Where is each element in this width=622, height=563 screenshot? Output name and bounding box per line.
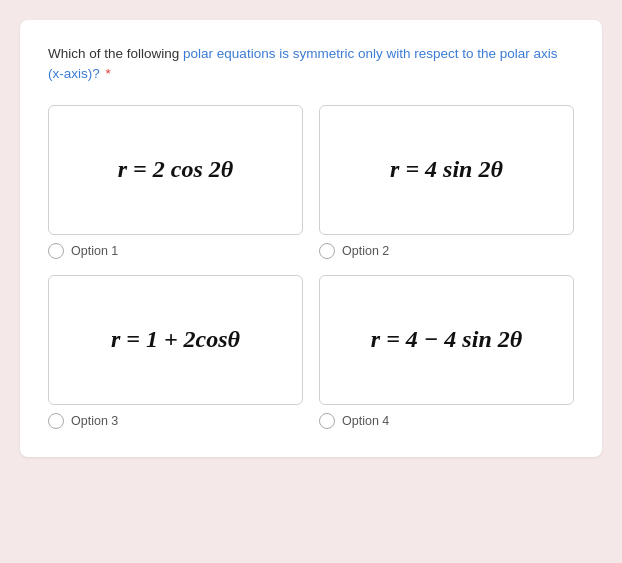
option-3-formula: r = 1 + 2cosθ [111,324,240,355]
option-1-box[interactable]: r = 2 cos 2θ [48,105,303,235]
option-2-label-text: Option 2 [342,244,389,258]
option-2-formula: r = 4 sin 2θ [390,154,503,185]
highlight-text: polar equations is symmetric only with r… [48,46,558,81]
option-3-label[interactable]: Option 3 [48,413,118,429]
option-4-formula: r = 4 − 4 sin 2θ [371,324,522,355]
options-grid: r = 2 cos 2θ Option 1 r = 4 sin 2θ Optio… [48,105,574,429]
option-3-label-text: Option 3 [71,414,118,428]
option-3-box[interactable]: r = 1 + 2cosθ [48,275,303,405]
option-3-radio[interactable] [48,413,64,429]
option-3-wrapper: r = 1 + 2cosθ Option 3 [48,275,303,429]
option-1-wrapper: r = 2 cos 2θ Option 1 [48,105,303,259]
option-1-formula: r = 2 cos 2θ [118,154,233,185]
required-marker: * [102,66,111,81]
option-4-radio[interactable] [319,413,335,429]
option-2-box[interactable]: r = 4 sin 2θ [319,105,574,235]
option-1-label[interactable]: Option 1 [48,243,118,259]
quiz-card: Which of the following polar equations i… [20,20,602,457]
option-1-label-text: Option 1 [71,244,118,258]
option-1-radio[interactable] [48,243,64,259]
option-4-box[interactable]: r = 4 − 4 sin 2θ [319,275,574,405]
option-4-label[interactable]: Option 4 [319,413,389,429]
option-2-radio[interactable] [319,243,335,259]
question-text: Which of the following polar equations i… [48,44,574,85]
option-4-wrapper: r = 4 − 4 sin 2θ Option 4 [319,275,574,429]
option-2-label[interactable]: Option 2 [319,243,389,259]
option-4-label-text: Option 4 [342,414,389,428]
option-2-wrapper: r = 4 sin 2θ Option 2 [319,105,574,259]
